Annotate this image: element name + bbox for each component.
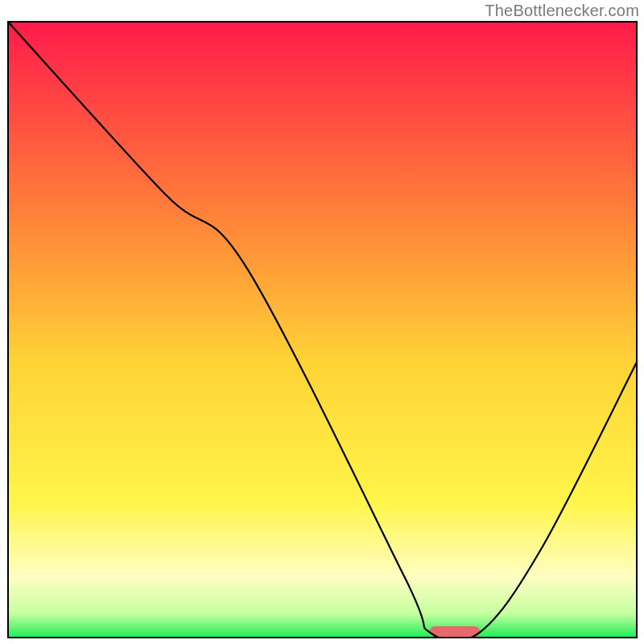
chart-svg xyxy=(7,21,638,638)
bottleneck-chart xyxy=(7,21,638,638)
attribution-label: TheBottlenecker.com xyxy=(485,2,639,20)
optimal-range-marker xyxy=(430,626,481,637)
